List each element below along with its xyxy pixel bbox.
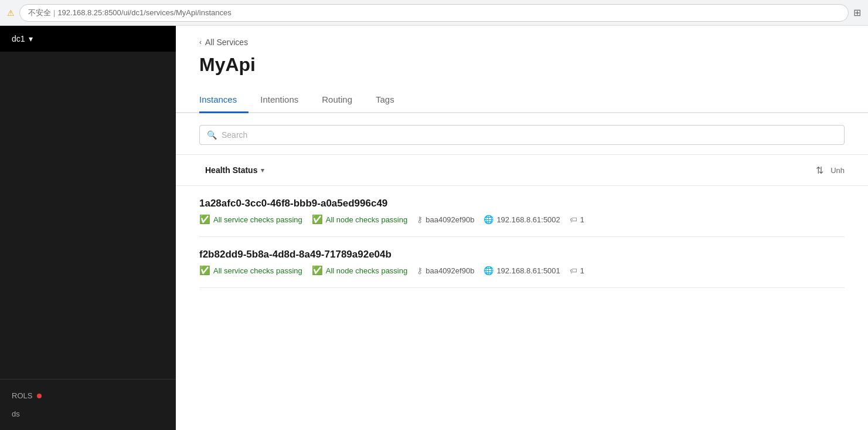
key-value: baa4092ef90b [426,266,474,275]
health-status-label: Health Status [205,165,257,175]
node-check-icon: ✅ [312,214,323,225]
sort-icon[interactable]: ⇅ [816,165,823,176]
filters-row: Health Status ▾ ⇅ Unh [176,155,868,186]
tags-count: 1 [580,215,584,224]
node-check-status: ✅ All node checks passing [312,265,407,276]
url-separator: | [53,8,55,17]
sidebar-header[interactable]: dc1 ▾ [0,26,176,52]
address-value: 192.168.8.61:5001 [496,266,560,275]
url-warning-text: 不安全 [28,8,51,18]
search-icon: 🔍 [207,130,217,140]
key-icon: ⚷ [417,215,423,224]
service-check-icon: ✅ [199,265,210,276]
node-check-label: All node checks passing [326,266,407,275]
address-value: 192.168.8.61:5002 [496,215,560,224]
search-input-wrap: 🔍 [199,125,845,145]
instance-key: ⚷ baa4092ef90b [417,266,474,275]
sidebar-ds-item[interactable]: ds [12,405,164,423]
instance-key: ⚷ baa4092ef90b [417,215,474,224]
key-icon: ⚷ [417,266,423,275]
app-layout: dc1 ▾ ROLS ds ‹ All Services MyApi Insta… [0,26,868,430]
node-check-status: ✅ All node checks passing [312,214,407,225]
health-status-filter-button[interactable]: Health Status ▾ [199,162,270,178]
main-content: ‹ All Services MyApi Instances Intention… [176,26,868,430]
node-check-label: All node checks passing [326,215,407,224]
service-check-status: ✅ All service checks passing [199,265,302,276]
browser-bar: ⚠ 不安全 | 192.168.8.25:8500/ui/dc1/service… [0,0,868,26]
instance-item[interactable]: 1a28afc0-3cc0-46f8-bbb9-a0a5ed996c49 ✅ A… [199,186,845,237]
sidebar-controls-item[interactable]: ROLS [12,387,164,405]
tag-icon: 🏷 [570,215,577,224]
datacenter-label: dc1 [12,34,25,43]
controls-label: ROLS [12,391,32,400]
globe-icon: 🌐 [484,266,493,275]
search-input[interactable] [222,130,837,140]
breadcrumb[interactable]: ‹ All Services [176,26,868,52]
filter-chevron-icon: ▾ [261,167,264,174]
tag-icon: 🏷 [570,266,577,275]
page-title: MyApi [176,52,868,87]
instance-address: 🌐 192.168.8.61:5002 [484,215,560,224]
address-bar[interactable]: 不安全 | 192.168.8.25:8500/ui/dc1/services/… [19,4,849,22]
sidebar-nav [0,52,176,379]
unhealthy-badge: Unh [830,166,845,175]
translate-icon[interactable]: ⊞ [853,7,861,18]
node-check-icon: ✅ [312,265,323,276]
service-check-label: All service checks passing [213,266,302,275]
instance-meta: ✅ All service checks passing ✅ All node … [199,214,845,225]
ds-label: ds [12,409,20,418]
red-dot-icon [37,394,42,398]
tab-tags[interactable]: Tags [364,87,406,113]
instance-name: 1a28afc0-3cc0-46f8-bbb9-a0a5ed996c49 [199,198,845,209]
security-warning-icon: ⚠ [7,8,15,18]
breadcrumb-chevron-icon: ‹ [199,38,202,46]
tags-count: 1 [580,266,584,275]
globe-icon: 🌐 [484,215,493,224]
instance-address: 🌐 192.168.8.61:5001 [484,266,560,275]
tab-routing[interactable]: Routing [310,87,364,113]
service-check-status: ✅ All service checks passing [199,214,302,225]
instance-list: 1a28afc0-3cc0-46f8-bbb9-a0a5ed996c49 ✅ A… [176,186,868,288]
instance-meta: ✅ All service checks passing ✅ All node … [199,265,845,276]
instance-name: f2b82dd9-5b8a-4d8d-8a49-71789a92e04b [199,249,845,260]
all-services-link[interactable]: All Services [205,38,248,47]
search-container: 🔍 [176,113,868,155]
sidebar-bottom: ROLS ds [0,379,176,430]
instance-tags: 🏷 1 [570,266,584,275]
filter-right-controls: ⇅ Unh [816,165,845,176]
instance-tags: 🏷 1 [570,215,584,224]
tab-instances[interactable]: Instances [199,87,249,113]
instance-item[interactable]: f2b82dd9-5b8a-4d8d-8a49-71789a92e04b ✅ A… [199,237,845,288]
key-value: baa4092ef90b [426,215,474,224]
service-check-icon: ✅ [199,214,210,225]
tabs-bar: Instances Intentions Routing Tags [176,87,868,113]
sidebar: dc1 ▾ ROLS ds [0,26,176,430]
url-display: 192.168.8.25:8500/ui/dc1/services/MyApi/… [57,8,231,17]
service-check-label: All service checks passing [213,215,302,224]
datacenter-chevron: ▾ [29,34,33,43]
tab-intentions[interactable]: Intentions [249,87,310,113]
